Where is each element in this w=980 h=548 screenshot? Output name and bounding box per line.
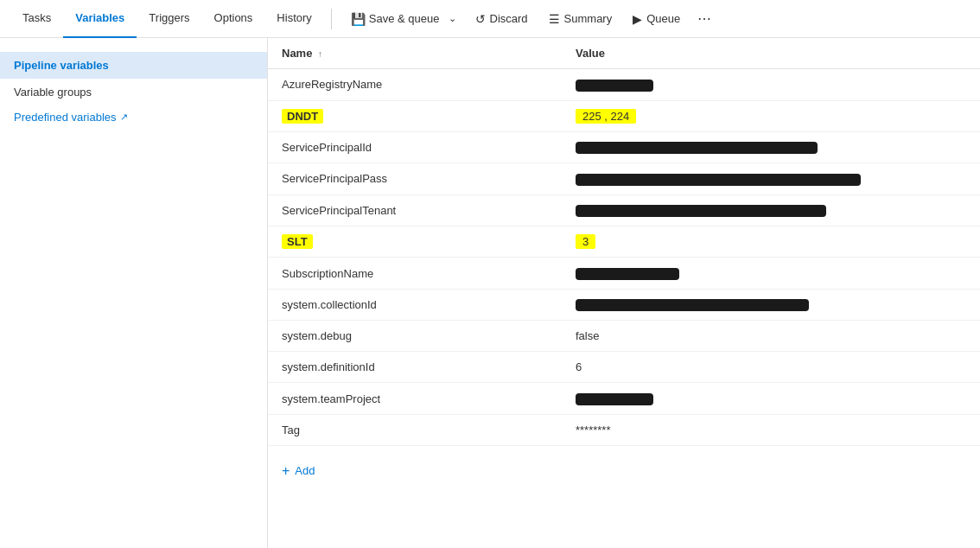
highlighted-value: 3 [576,234,595,249]
queue-icon: ▶ [633,12,642,26]
table-row: system.teamProject [268,383,980,415]
table-row: system.definitionId6 [268,352,980,383]
table-row: SubscriptionName [268,258,980,290]
variable-name-cell: system.definitionId [268,352,562,383]
variable-value-cell [562,69,980,101]
table-row: system.collectionId [268,289,980,321]
redacted-value [576,205,826,217]
variable-name-cell: system.debug [268,321,562,352]
summary-icon: ☰ [549,12,560,26]
nav-divider [331,9,332,29]
table-row: ServicePrincipalPass [268,163,980,195]
add-label: Add [295,464,315,477]
table-row: SLT3 [268,226,980,258]
redacted-value [576,80,653,92]
sidebar-item-predefined-variables[interactable]: Predefined variables ↗ [0,105,267,129]
plus-icon: + [282,463,290,479]
pipeline-variables-label: Pipeline variables [14,59,109,72]
variable-value-cell [562,289,980,321]
top-nav: TasksVariablesTriggersOptionsHistory 💾 S… [0,0,980,38]
variable-value-cell [562,258,980,290]
variable-name-cell: ServicePrincipalTenant [268,194,562,226]
variable-value-cell: 225 , 224 [562,100,980,131]
variable-name-cell: AzureRegistryName [268,69,562,101]
add-variable-button[interactable]: + Add [282,460,315,482]
main-layout: Pipeline variables Variable groups Prede… [0,38,980,548]
variable-value-cell [562,194,980,226]
variable-name-highlighted: DNDT [282,109,323,124]
table-row: Tag******** [268,414,980,445]
variable-name-cell: system.collectionId [268,289,562,321]
table-row: AzureRegistryName [268,69,980,101]
sidebar: Pipeline variables Variable groups Prede… [0,38,268,548]
discard-icon: ↺ [475,12,486,26]
more-options-button[interactable]: ⋯ [692,9,716,29]
redacted-value [576,174,861,186]
variable-name-highlighted: SLT [282,234,313,249]
variable-value-cell [562,383,980,415]
variable-value-cell: 3 [562,226,980,258]
variable-name-cell: ServicePrincipalPass [268,163,562,195]
external-link-icon: ↗ [120,112,128,123]
save-queue-dropdown-icon[interactable]: ⌄ [443,10,461,28]
save-queue-button[interactable]: 💾 Save & queue ⌄ [342,7,463,31]
variable-value-cell: 6 [562,352,980,383]
highlighted-value: 225 , 224 [576,109,636,124]
queue-label: Queue [646,12,680,25]
nav-tab-tasks[interactable]: Tasks [10,0,63,38]
table-row: ServicePrincipalTenant [268,194,980,226]
variable-groups-label: Variable groups [14,86,92,99]
main-content: Name ↑ Value AzureRegistryNameDNDT225 , … [268,38,980,548]
discard-button[interactable]: ↺ Discard [467,7,537,31]
variable-value-cell [562,163,980,195]
variable-name-cell: SubscriptionName [268,258,562,290]
nav-tab-history[interactable]: History [264,0,323,38]
nav-tab-variables[interactable]: Variables [63,0,137,38]
queue-button[interactable]: ▶ Queue [624,7,689,31]
table-row: DNDT225 , 224 [268,100,980,131]
nav-tab-triggers[interactable]: Triggers [137,0,201,38]
redacted-value [576,142,818,154]
value-column-header: Value [562,38,980,69]
sidebar-item-variable-groups[interactable]: Variable groups [0,79,267,105]
variable-value-cell [562,131,980,163]
nav-actions: 💾 Save & queue ⌄ ↺ Discard ☰ Summary ▶ Q… [342,7,716,31]
variable-name-cell: system.teamProject [268,383,562,415]
save-icon: 💾 [351,12,366,26]
table-row: system.debugfalse [268,321,980,352]
variable-name-cell: DNDT [268,100,562,131]
redacted-value [576,393,653,405]
save-queue-label: Save & queue [369,12,440,25]
discard-label: Discard [490,12,528,25]
name-column-header: Name ↑ [268,38,562,69]
redacted-value [576,299,809,311]
predefined-variables-label: Predefined variables [14,111,117,124]
sidebar-item-pipeline-variables[interactable]: Pipeline variables [0,52,267,79]
variable-name-cell: Tag [268,414,562,445]
table-row: ServicePrincipalId [268,131,980,163]
summary-label: Summary [564,12,613,25]
variable-value-cell: ******** [562,414,980,445]
variable-name-cell: ServicePrincipalId [268,131,562,163]
nav-tab-options[interactable]: Options [202,0,265,38]
summary-button[interactable]: ☰ Summary [540,7,621,31]
sort-icon: ↑ [318,49,322,59]
variable-value-cell: false [562,321,980,352]
variable-name-cell: SLT [268,226,562,258]
redacted-value [576,268,679,280]
variables-table: Name ↑ Value AzureRegistryNameDNDT225 , … [268,38,980,446]
